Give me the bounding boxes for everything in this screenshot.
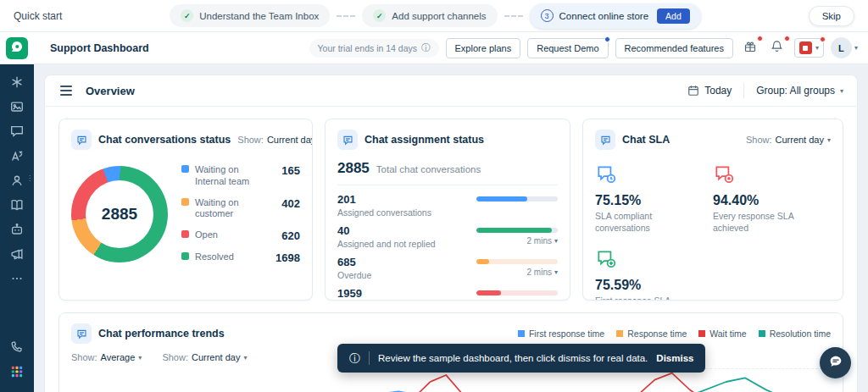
gift-button[interactable] <box>740 38 760 58</box>
add-store-button[interactable]: Add <box>657 8 690 24</box>
step-label: Add support channels <box>392 11 486 21</box>
time-dropdown[interactable]: 2 mins▾ <box>476 268 558 277</box>
row-value: 40 <box>337 224 436 237</box>
chat-report-icon <box>595 130 615 150</box>
recommended-features-button[interactable]: Recommended features <box>615 38 733 58</box>
legend-item: Open 620 <box>181 229 300 242</box>
sidebar-item-apps[interactable] <box>0 361 34 385</box>
legend-swatch <box>518 330 525 337</box>
chat-conversations-status-card: Chat conversations status Show: Current … <box>58 119 313 301</box>
date-selector[interactable]: Today <box>687 85 732 97</box>
sla-label: Every response SLA achieved <box>713 211 825 234</box>
quick-start-steps: ✓ Understand the Team Inbox ✓ Add suppor… <box>62 3 808 29</box>
average-selector[interactable]: Show: Average ▾ <box>71 352 142 362</box>
skip-button[interactable]: Skip <box>809 6 854 26</box>
legend-value: 1698 <box>275 251 300 264</box>
row-bar-area: 2 mins▾ <box>476 287 558 301</box>
show-value: Current day <box>192 352 240 362</box>
contacts-icon <box>9 173 25 191</box>
chevron-down-icon: ▾ <box>854 44 858 52</box>
sidebar-item-bots[interactable] <box>0 218 34 243</box>
step-connector <box>337 15 355 17</box>
page: Quick start ✓ Understand the Team Inbox … <box>0 0 868 392</box>
info-icon[interactable]: ⓘ <box>421 42 431 54</box>
request-demo-label: Request Demo <box>537 43 598 53</box>
sidebar-item-campaigns[interactable] <box>0 243 34 268</box>
legend-label: Waiting on Internal team <box>195 164 266 188</box>
sidebar-item-automation[interactable] <box>0 71 34 96</box>
time-dropdown[interactable]: 2 mins▾ <box>476 299 558 301</box>
language-selector[interactable]: ▾ <box>794 38 824 58</box>
sidebar-item-knowledge-base[interactable] <box>0 194 34 218</box>
dismiss-button[interactable]: Dismiss <box>656 353 693 363</box>
card-title: Chat assignment status <box>364 134 484 146</box>
notifications-button[interactable] <box>767 38 787 58</box>
show-value: Current day <box>776 135 824 145</box>
sidebar-item-contacts[interactable]: ⋮ <box>0 169 34 194</box>
legend-label: Response time <box>627 329 687 339</box>
trial-text: Your trial ends in 14 days <box>318 43 418 53</box>
sidebar-item-gallery[interactable] <box>0 96 34 120</box>
show-selector[interactable]: Show: Current day ▾ <box>237 135 313 145</box>
chevron-down-icon: ▾ <box>243 354 247 362</box>
avatar: L <box>831 37 852 58</box>
user-menu[interactable]: L ▾ <box>831 37 858 58</box>
show-selector[interactable]: Show: Current day ▾ <box>746 135 831 145</box>
period-selector[interactable]: Show: Current day ▾ <box>162 352 247 362</box>
notification-dot <box>604 36 610 42</box>
sla-metric: 75.59% First response SLA achieved <box>595 248 713 301</box>
menu-icon[interactable] <box>58 84 74 97</box>
legend-swatch <box>181 252 189 260</box>
row-label: Assigned conversations <box>337 207 431 218</box>
progress-track <box>476 259 558 264</box>
legend-value: 402 <box>281 197 300 210</box>
legend-swatch <box>181 165 189 173</box>
kebab-menu-icon[interactable]: ⋮ <box>26 175 33 182</box>
assignment-rows: 201 Assigned conversations <box>337 193 558 301</box>
show-label: Show: <box>237 135 264 145</box>
app-logo[interactable] <box>6 37 28 59</box>
row-value: 1959 <box>337 287 384 300</box>
time-dropdown[interactable]: 2 mins▾ <box>476 236 558 246</box>
conversations-body: 2885 Waiting on Internal team 165 <box>71 164 300 264</box>
legend-item: Resolved 1698 <box>181 251 300 264</box>
group-selector[interactable]: Group: All groups ▾ <box>756 85 843 97</box>
sidebar-item-more[interactable] <box>0 268 34 292</box>
chevron-down-icon: ▾ <box>815 44 819 52</box>
sidebar-item-conversations[interactable] <box>0 120 34 145</box>
sla-label: First response SLA achieved <box>595 295 707 301</box>
donut-chart: 2885 <box>71 166 168 262</box>
show-value: Current day <box>267 135 313 145</box>
chat-launcher-button[interactable] <box>820 347 851 378</box>
sidebar-item-phone[interactable] <box>0 336 34 361</box>
series-resolution-time <box>529 378 810 392</box>
divider <box>743 83 744 98</box>
legend-label: Resolution time <box>770 329 831 339</box>
quick-start-step-support-channels[interactable]: ✓ Add support channels <box>362 4 497 27</box>
calendar-icon <box>687 85 699 97</box>
legend-label: First response time <box>529 329 604 339</box>
explore-plans-button[interactable]: Explore plans <box>446 38 521 58</box>
app-header: Support Dashboard Your trial ends in 14 … <box>0 32 868 64</box>
notification-dot <box>757 36 763 41</box>
book-icon <box>9 197 25 216</box>
legend-swatch <box>181 230 189 238</box>
sample-data-toast: ⓘ Review the sample dashboard, then clic… <box>337 344 705 373</box>
quick-start-step-team-inbox[interactable]: ✓ Understand the Team Inbox <box>170 4 330 27</box>
quick-start-step-online-store[interactable]: 3 Connect online store Add <box>530 3 701 29</box>
legend-label: Waiting on customer <box>195 197 266 221</box>
total-conversations: 2885 <box>102 205 137 224</box>
overview-controls: Today Group: All groups ▾ <box>687 83 843 98</box>
chat-bubble-icon <box>828 354 843 373</box>
request-demo-button[interactable]: Request Demo <box>527 38 608 58</box>
legend-item: Response time <box>616 329 687 339</box>
progress-track <box>476 228 558 233</box>
chat-report-icon <box>337 130 358 150</box>
total-value: 2885 <box>337 160 370 177</box>
legend-item: Resolution time <box>759 329 831 339</box>
chevron-down-icon: ▾ <box>827 136 831 144</box>
legend-label: Wait time <box>709 329 746 339</box>
app-body: ⋮ Overview Today <box>0 64 868 392</box>
sla-metric: 75.15% SLA compliant conversations <box>595 163 713 234</box>
sidebar-item-translate[interactable] <box>0 145 34 169</box>
